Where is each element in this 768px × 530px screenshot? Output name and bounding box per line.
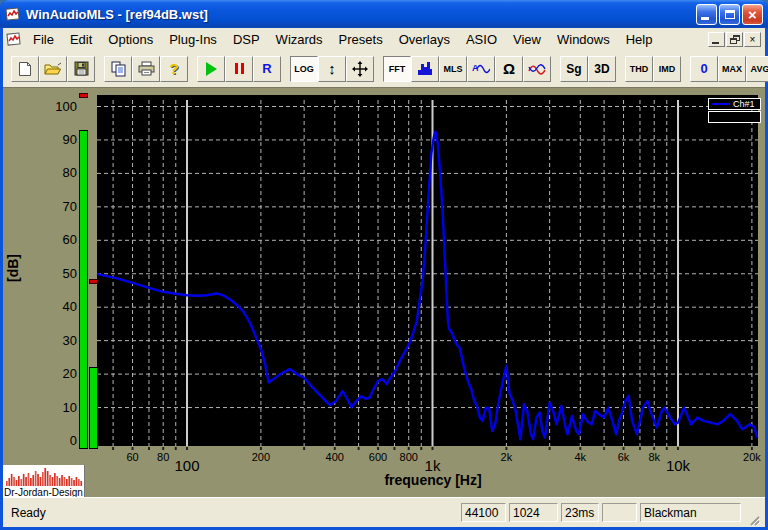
avg-label: AVG [751, 64, 768, 74]
y-tick-label: 0 [41, 434, 77, 447]
omega-icon: Ω [503, 60, 515, 77]
mls-button[interactable]: MLS [439, 56, 467, 82]
menu-help[interactable]: Help [618, 30, 661, 49]
close-button[interactable]: × [742, 4, 763, 25]
app-window: WinAudioMLS - [ref94dB.wst] × FileEditOp… [0, 0, 768, 530]
thd-button[interactable]: THD [625, 56, 653, 82]
x-tick-label: 20k [743, 451, 761, 463]
signal-generator-button[interactable]: A [467, 56, 495, 82]
y-tick-label: 10 [41, 401, 77, 414]
maximize-button[interactable] [719, 4, 740, 25]
zero-label: 0 [700, 61, 707, 76]
play-icon [206, 62, 217, 76]
move-cross-icon [352, 61, 368, 77]
record-button[interactable]: R [253, 56, 281, 82]
max-button[interactable]: MAX [718, 56, 746, 82]
peak-marker-left [79, 93, 88, 98]
imd-button[interactable]: IMD [653, 56, 681, 82]
new-button[interactable] [11, 56, 39, 82]
mdi-minimize-icon [712, 42, 719, 44]
x-tick-label: 200 [252, 451, 270, 463]
copy-button[interactable] [104, 56, 132, 82]
menu-options[interactable]: Options [100, 30, 161, 49]
x-tick-label: 80 [157, 451, 169, 463]
peak-marker-right [89, 279, 98, 284]
mdi-window-controls: × [707, 32, 761, 47]
mdi-close-button[interactable]: × [744, 32, 761, 47]
play-button[interactable] [197, 56, 225, 82]
sg-button[interactable]: Sg [560, 56, 588, 82]
y-axis-title: [dB] [5, 266, 21, 282]
open-folder-icon [44, 62, 62, 76]
minimize-button[interactable] [696, 4, 717, 25]
fft-button[interactable]: FFT [383, 56, 411, 82]
x-decade-label: 100 [174, 457, 199, 474]
menu-asio[interactable]: ASIO [458, 30, 505, 49]
print-icon [138, 61, 155, 76]
resize-grip[interactable] [747, 513, 761, 527]
status-bar: Ready 44100102423msBlackman [3, 497, 765, 527]
help-button[interactable]: ? [160, 56, 188, 82]
pause-icon [235, 63, 244, 74]
max-label: MAX [722, 64, 742, 74]
help-icon: ? [169, 60, 178, 77]
menu-presets[interactable]: Presets [331, 30, 391, 49]
save-button[interactable] [67, 56, 95, 82]
x-tick-label: 600 [369, 451, 387, 463]
y-tick-label: 60 [41, 233, 77, 246]
dr-jordan-design-logo: Dr-Jordan-Design [3, 465, 85, 498]
new-file-icon [18, 61, 32, 77]
spectrum-button[interactable] [411, 56, 439, 82]
vertical-zoom-button[interactable]: ↕ [318, 56, 346, 82]
log-scale-button[interactable]: LOG [290, 56, 318, 82]
level-meter-right [89, 367, 98, 449]
menu-dsp[interactable]: DSP [225, 30, 268, 49]
status-panel-fft-size: 1024 [509, 503, 558, 522]
x-tick-label: 400 [326, 451, 344, 463]
spectrum-bars-icon [417, 61, 433, 76]
mdi-restore-button[interactable] [726, 32, 743, 47]
status-panels: 44100102423msBlackman [458, 503, 741, 522]
thd-label: THD [630, 64, 649, 74]
menu-view[interactable]: View [505, 30, 549, 49]
y-tick-label: 20 [41, 367, 77, 380]
y-tick-label: 90 [41, 133, 77, 146]
y-tick-label: 30 [41, 334, 77, 347]
y-tick-label: 50 [41, 267, 77, 280]
transfer-curves-button[interactable] [523, 56, 551, 82]
legend-empty-slot [708, 111, 761, 123]
legend-line-swatch [712, 103, 730, 105]
print-button[interactable] [132, 56, 160, 82]
x-axis-title: frequency [Hz] [343, 472, 523, 488]
zero-button[interactable]: 0 [690, 56, 718, 82]
menu-bar: FileEditOptionsPlug-InsDSPWizardsPresets… [3, 28, 765, 50]
x-tick-label: 6k [618, 451, 630, 463]
avg-button[interactable]: AVG [746, 56, 768, 82]
menu-windows[interactable]: Windows [549, 30, 618, 49]
y-tick-label: 70 [41, 200, 77, 213]
x-tick-label: 2k [501, 451, 513, 463]
x-tick-label: 4k [574, 451, 586, 463]
status-panel-samplerate: 44100 [461, 503, 506, 522]
impedance-button[interactable]: Ω [495, 56, 523, 82]
pan-button[interactable] [346, 56, 374, 82]
3d-button[interactable]: 3D [588, 56, 616, 82]
fft-label: FFT [389, 64, 406, 74]
open-button[interactable] [39, 56, 67, 82]
pause-button[interactable] [225, 56, 253, 82]
title-bar: WinAudioMLS - [ref94dB.wst] × [0, 0, 768, 28]
y-tick-label: 100 [41, 100, 77, 113]
spectrum-curve-ch1 [97, 132, 757, 440]
menu-overlays[interactable]: Overlays [391, 30, 458, 49]
spectrum-plot[interactable] [97, 95, 758, 446]
mls-label: MLS [444, 64, 463, 74]
menu-plug-ins[interactable]: Plug-Ins [161, 30, 225, 49]
menu-wizards[interactable]: Wizards [268, 30, 331, 49]
chart-area: 0102030405060708090100 60802004006008002… [3, 87, 765, 497]
mdi-minimize-button[interactable] [708, 32, 725, 47]
menu-edit[interactable]: Edit [62, 30, 100, 49]
window-title: WinAudioMLS - [ref94dB.wst] [26, 7, 694, 22]
imd-label: IMD [659, 64, 676, 74]
save-floppy-icon [74, 61, 89, 76]
menu-file[interactable]: File [25, 30, 62, 49]
